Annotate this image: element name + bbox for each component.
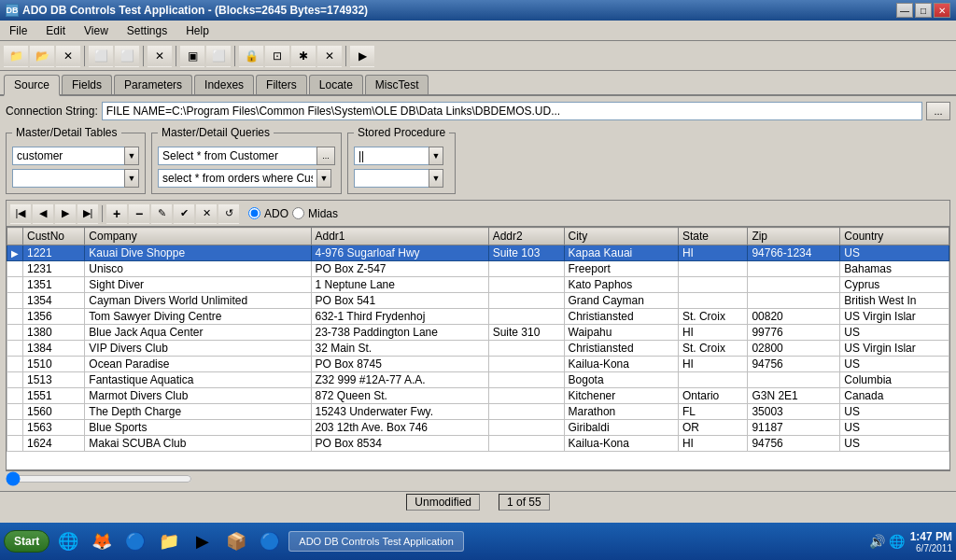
nav-first-button[interactable]: |◀ xyxy=(10,203,31,224)
taskbar-icon-firefox[interactable]: 🦊 xyxy=(87,526,117,556)
tray-volume[interactable]: 🔊 xyxy=(869,534,885,549)
toolbar-paste[interactable]: ⬜ xyxy=(115,45,139,67)
nav-next-button[interactable]: ▶ xyxy=(55,203,76,224)
connection-browse-button[interactable]: ... xyxy=(926,102,950,120)
tab-bar: Source Fields Parameters Indexes Filters… xyxy=(0,71,956,96)
table-row[interactable]: 1380Blue Jack Aqua Center23-738 Paddingt… xyxy=(7,325,949,341)
detail-query-btn[interactable]: ▼ xyxy=(316,169,331,188)
table-row[interactable]: 1624Makai SCUBA ClubPO Box 8534Kailua-Ko… xyxy=(7,436,949,452)
nav-refresh-button[interactable]: ↺ xyxy=(218,203,239,224)
hscroll-slider[interactable] xyxy=(6,473,192,484)
tab-filters[interactable]: Filters xyxy=(256,75,307,94)
taskbar-icon-ie[interactable]: 🌐 xyxy=(53,526,83,556)
table-row[interactable]: 1563Blue Sports203 12th Ave. Box 746Giri… xyxy=(7,420,949,436)
table-row[interactable]: 1551Marmot Divers Club872 Queen St.Kitch… xyxy=(7,388,949,404)
master-table-dropdown[interactable]: ▼ xyxy=(124,147,139,165)
table-row[interactable]: 1354Cayman Divers World UnlimitedPO Box … xyxy=(7,293,949,309)
stored-proc-dropdown2[interactable]: ▼ xyxy=(429,169,443,188)
taskbar-icon-explorer[interactable]: 📁 xyxy=(154,526,184,556)
cell-custno: 1551 xyxy=(23,388,85,404)
col-indicator xyxy=(7,228,23,245)
grid-hscroll[interactable] xyxy=(6,470,950,485)
maximize-button[interactable]: □ xyxy=(915,3,932,18)
menu-edit[interactable]: Edit xyxy=(40,22,71,39)
master-detail-tables: Master/Detail Tables ▼ ▼ xyxy=(6,126,146,194)
nav-prior-button[interactable]: ◀ xyxy=(33,203,53,224)
taskbar-icon-7zip[interactable]: 📦 xyxy=(221,526,251,556)
toolbar-btn8[interactable]: ⬜ xyxy=(206,45,231,67)
cell-state: FL xyxy=(678,404,747,420)
col-state[interactable]: State xyxy=(678,228,747,245)
toolbar-btn11[interactable]: ✱ xyxy=(291,45,316,67)
table-row[interactable]: 1384VIP Divers Club32 Main St.Christians… xyxy=(7,341,949,357)
master-query-btn[interactable]: ... xyxy=(316,147,335,165)
table-row[interactable]: ▶1221Kauai Dive Shoppe4-976 Sugarloaf Hw… xyxy=(7,245,949,261)
toolbar-btn13[interactable]: ▶ xyxy=(350,45,374,67)
toolbar-btn9[interactable]: 🔒 xyxy=(239,45,263,67)
toolbar-btn10[interactable]: ⊡ xyxy=(265,45,289,67)
col-country[interactable]: Country xyxy=(840,228,949,245)
table-row[interactable]: 1231UniscoPO Box Z-547FreeportBahamas xyxy=(7,261,949,277)
detail-table-dropdown[interactable]: ▼ xyxy=(124,169,139,188)
tray-network[interactable]: 🌐 xyxy=(889,534,905,549)
toolbar-btn12[interactable]: ✕ xyxy=(317,45,342,67)
toolbar-btn7[interactable]: ▣ xyxy=(180,45,204,67)
col-addr2[interactable]: Addr2 xyxy=(488,228,564,245)
connection-input[interactable] xyxy=(102,102,922,120)
tab-fields[interactable]: Fields xyxy=(62,75,112,94)
radio-midas-label[interactable]: Midas xyxy=(308,207,338,220)
table-row[interactable]: 1356Tom Sawyer Diving Centre632-1 Third … xyxy=(7,309,949,325)
table-row[interactable]: 1510Ocean ParadisePO Box 8745Kailua-Kona… xyxy=(7,357,949,372)
taskbar-icon-chrome[interactable]: 🔵 xyxy=(120,526,150,556)
cell-company: Makai SCUBA Club xyxy=(85,436,311,452)
tab-locate[interactable]: Locate xyxy=(309,75,363,94)
menu-file[interactable]: File xyxy=(4,22,33,39)
cell-zip: 94756 xyxy=(748,436,840,452)
nav-post-button[interactable]: ✔ xyxy=(174,203,194,224)
nav-edit-button[interactable]: ✎ xyxy=(151,203,172,224)
stored-proc-dropdown1[interactable]: ▼ xyxy=(429,147,443,165)
menu-help[interactable]: Help xyxy=(180,22,215,39)
taskbar-app-item[interactable]: ADO DB Controls Test Application xyxy=(288,531,463,552)
detail-query-input[interactable] xyxy=(158,169,316,188)
taskbar-icon-media[interactable]: ▶ xyxy=(188,526,218,556)
toolbar-close[interactable]: ✕ xyxy=(56,45,80,67)
nav-delete-button[interactable]: − xyxy=(129,203,149,224)
tab-source[interactable]: Source xyxy=(4,75,60,96)
stored-proc-input1[interactable] xyxy=(354,147,429,165)
menu-view[interactable]: View xyxy=(78,22,114,39)
nav-cancel-button[interactable]: ✕ xyxy=(196,203,217,224)
col-zip[interactable]: Zip xyxy=(748,228,840,245)
master-query-input[interactable] xyxy=(158,147,316,165)
detail-table-input[interactable] xyxy=(12,169,124,188)
table-row[interactable]: 1351Sight Diver1 Neptune LaneKato Paphos… xyxy=(7,277,949,293)
tab-indexes[interactable]: Indexes xyxy=(194,75,254,94)
close-button[interactable]: ✕ xyxy=(934,3,950,18)
stored-proc-input2[interactable] xyxy=(354,169,429,188)
taskbar-icon-app[interactable]: 🔵 xyxy=(255,526,285,556)
toolbar-new[interactable]: 📁 xyxy=(4,45,28,67)
grid-scroll[interactable]: CustNo Company Addr1 Addr2 City State Zi… xyxy=(7,227,949,469)
table-row[interactable]: 1560The Depth Charge15243 Underwater Fwy… xyxy=(7,404,949,420)
menu-settings[interactable]: Settings xyxy=(121,22,173,39)
col-custno[interactable]: CustNo xyxy=(23,228,85,245)
toolbar-btn6[interactable]: ✕ xyxy=(148,45,172,67)
radio-midas[interactable] xyxy=(292,207,304,219)
master-table-input[interactable] xyxy=(12,147,124,165)
radio-ado[interactable] xyxy=(248,207,260,219)
toolbar-copy[interactable]: ⬜ xyxy=(89,45,113,67)
tab-misctest[interactable]: MiscTest xyxy=(365,75,429,94)
tab-parameters[interactable]: Parameters xyxy=(114,75,192,94)
toolbar-open[interactable]: 📂 xyxy=(30,45,54,67)
col-company[interactable]: Company xyxy=(85,228,311,245)
col-addr1[interactable]: Addr1 xyxy=(311,228,488,245)
start-button[interactable]: Start xyxy=(4,530,49,553)
table-row[interactable]: 1513Fantastique AquaticaZ32 999 #12A-77 … xyxy=(7,372,949,388)
nav-last-button[interactable]: ▶| xyxy=(77,203,98,224)
clock[interactable]: 1:47 PM 6/7/2011 xyxy=(910,530,952,553)
nav-insert-button[interactable]: + xyxy=(106,203,127,224)
col-city[interactable]: City xyxy=(564,228,678,245)
connection-label: Connection String: xyxy=(6,105,98,118)
radio-ado-label[interactable]: ADO xyxy=(264,207,288,220)
minimize-button[interactable]: — xyxy=(896,3,913,18)
